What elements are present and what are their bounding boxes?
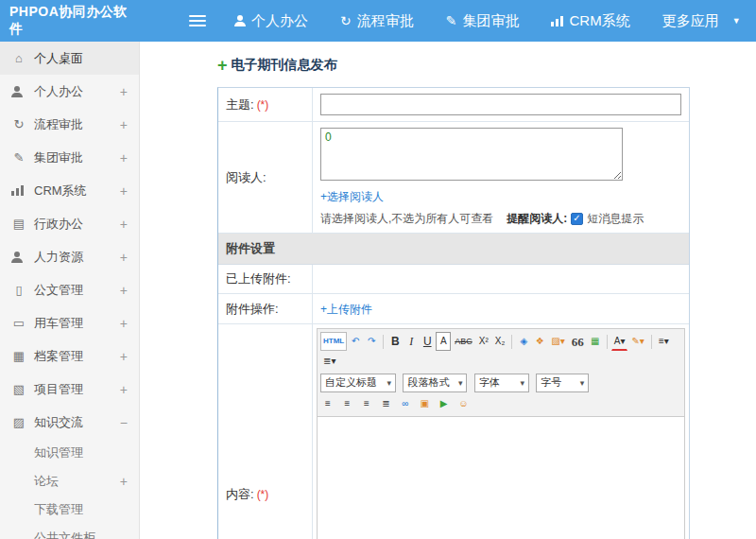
- person-icon: [11, 86, 26, 97]
- editor-dropdown[interactable]: 段落格式: [403, 374, 467, 392]
- subject-input[interactable]: [320, 94, 681, 115]
- select-readers-link[interactable]: +选择阅读人: [320, 189, 384, 205]
- sidebar-item-label: 知识交流: [34, 414, 83, 431]
- redo-button[interactable]: ↷: [364, 332, 379, 351]
- readers-textarea[interactable]: 0: [320, 128, 623, 181]
- expand-toggle-icon[interactable]: +: [120, 117, 128, 132]
- sidebar-item-personal-desktop[interactable]: ⌂ 个人桌面: [0, 42, 139, 75]
- caret-down-icon: ▼: [732, 16, 741, 26]
- attachment-operation-label: 附件操作:: [218, 294, 313, 323]
- hamburger-menu-icon[interactable]: [189, 15, 206, 26]
- top-navigation: 个人办公 ↻ 流程审批 ✎ 集团审批 CRM系统: [234, 12, 741, 30]
- readers-hint-text: 请选择阅读人,不选为所有人可查看: [320, 211, 493, 227]
- ordered-list-button[interactable]: ≡▾: [656, 332, 672, 351]
- sidebar-item-vehicle-management[interactable]: ▭ 用车管理 +: [0, 306, 139, 339]
- page-title-row: + 电子期刊信息发布: [217, 55, 756, 76]
- font-color-button[interactable]: A▾: [611, 332, 628, 351]
- expand-toggle-icon[interactable]: +: [120, 150, 128, 165]
- sidebar-subitem-public-file-cabinet[interactable]: 公共文件柜: [0, 524, 139, 539]
- sidebar-item-document-management[interactable]: ▯ 公文管理 +: [0, 273, 139, 306]
- sidebar-item-personal-office[interactable]: 个人办公 +: [0, 75, 139, 108]
- attachment-operation-cell: +上传附件: [313, 294, 689, 323]
- undo-button[interactable]: ↶: [348, 332, 363, 351]
- app-title: PHPOA协同办公软件: [0, 4, 140, 38]
- sidebar-item-label: CRM系统: [34, 183, 87, 200]
- topnav-group-approval[interactable]: ✎ 集团审批: [446, 12, 520, 30]
- toolbar-separator: [511, 335, 512, 349]
- editor-dropdown[interactable]: 自定义标题: [320, 374, 396, 392]
- unordered-list-button[interactable]: ≣▾: [320, 352, 338, 371]
- strikethrough-button[interactable]: ABC: [452, 332, 475, 351]
- expand-toggle-icon[interactable]: +: [120, 316, 128, 331]
- bold-button[interactable]: B: [387, 332, 403, 351]
- topnav-label: 流程审批: [357, 12, 414, 30]
- image-button[interactable]: ▣: [417, 394, 432, 413]
- subscript-button[interactable]: X₂: [492, 332, 508, 351]
- underline-button[interactable]: U: [420, 332, 435, 351]
- sidebar-item-human-resources[interactable]: 人力资源 +: [0, 240, 139, 273]
- editor-row2-icons: ≡ ≡ ≡ ≣ ∞: [320, 393, 471, 413]
- chart-icon: [11, 185, 26, 196]
- italic-button[interactable]: I: [404, 332, 419, 351]
- sidebar-subitem-knowledge-management[interactable]: 知识管理: [0, 439, 139, 467]
- expand-toggle-icon[interactable]: +: [120, 183, 128, 199]
- upload-attachment-link[interactable]: +上传附件: [320, 302, 372, 318]
- readers-label-text: 阅读人:: [226, 169, 266, 186]
- main-content: + 电子期刊信息发布 主题: (*) 阅读人:: [140, 42, 756, 539]
- sidebar-item-archive-management[interactable]: ▦ 档案管理 +: [0, 339, 139, 373]
- blockquote-button[interactable]: 66: [569, 332, 587, 351]
- sidebar-item-workflow-approval[interactable]: ↻ 流程审批 +: [0, 108, 139, 141]
- sidebar-item-crm-system[interactable]: CRM系统 +: [0, 174, 139, 207]
- sidebar-subitem-download-management[interactable]: 下载管理: [0, 496, 139, 524]
- dropdown-label: 段落格式: [407, 375, 449, 390]
- emoticon-button[interactable]: ☺: [455, 394, 471, 413]
- highlight-pen-button[interactable]: ✎▾: [628, 332, 646, 351]
- media-button[interactable]: ▶: [437, 394, 452, 413]
- sidebar-item-label: 流程审批: [34, 116, 83, 133]
- sms-remind-checkbox[interactable]: [571, 213, 583, 225]
- align-left-button[interactable]: ≡: [320, 394, 335, 413]
- sidebar-item-label: 档案管理: [34, 348, 83, 365]
- superscript-button[interactable]: X²: [476, 332, 491, 351]
- expand-toggle-icon[interactable]: +: [120, 84, 128, 99]
- expand-toggle-icon[interactable]: +: [120, 382, 128, 397]
- expand-toggle-icon[interactable]: +: [120, 349, 128, 364]
- html-source-button[interactable]: HTML: [320, 332, 347, 351]
- align-right-button[interactable]: ≡: [359, 394, 374, 413]
- building-icon: ▤: [11, 217, 26, 230]
- editor-dropdown[interactable]: 字体: [474, 374, 529, 392]
- format-painter-button[interactable]: ❖: [532, 332, 547, 351]
- form-row-subject: 主题: (*): [218, 88, 689, 122]
- align-center-button[interactable]: ≡: [339, 394, 354, 413]
- justify-button[interactable]: ≣: [378, 394, 393, 413]
- expand-toggle-icon[interactable]: +: [120, 283, 128, 298]
- form-row-uploaded-attachments: 已上传附件:: [218, 265, 689, 294]
- fill-color-button[interactable]: ▨▾: [548, 332, 567, 351]
- sidebar: ⌂ 个人桌面 个人办公 + ↻ 流程审批 +: [0, 42, 140, 539]
- expand-toggle-icon[interactable]: +: [120, 217, 128, 232]
- topnav-workflow-approval[interactable]: ↻ 流程审批: [340, 12, 414, 30]
- sidebar-item-project-management[interactable]: ▧ 项目管理 +: [0, 373, 139, 406]
- archive-icon: ▦: [11, 350, 26, 362]
- table-button[interactable]: ▦: [588, 332, 603, 351]
- topnav-crm-system[interactable]: CRM系统: [551, 12, 629, 30]
- sidebar-item-knowledge-exchange[interactable]: ▨ 知识交流 −: [0, 406, 139, 439]
- expand-toggle-icon[interactable]: +: [120, 250, 128, 265]
- sidebar-subitem-label: 下载管理: [34, 501, 83, 518]
- topnav-personal-office[interactable]: 个人办公: [234, 12, 308, 30]
- topnav-more-apps[interactable]: 更多应用 ▼: [662, 12, 741, 30]
- font-style-button[interactable]: A: [436, 332, 451, 351]
- sidebar-item-administration[interactable]: ▤ 行政办公 +: [0, 207, 139, 240]
- sidebar-item-group-approval[interactable]: ✎ 集团审批 +: [0, 141, 139, 174]
- topnav-label: 更多应用: [662, 12, 719, 30]
- edit-approval-icon: ✎: [446, 14, 457, 27]
- remove-format-button[interactable]: ◈: [516, 332, 531, 351]
- expand-toggle-icon[interactable]: −: [120, 415, 128, 430]
- editor-dropdown[interactable]: 字号: [536, 374, 589, 392]
- editor-content-area[interactable]: [318, 417, 684, 539]
- content-cell: HTML ↶ ↷ B: [313, 324, 689, 539]
- sidebar-subitem-forum[interactable]: 论坛 +: [0, 467, 139, 496]
- expand-toggle-icon[interactable]: +: [120, 474, 128, 489]
- content-label-text: 内容:: [226, 486, 254, 503]
- link-button[interactable]: ∞: [398, 394, 413, 413]
